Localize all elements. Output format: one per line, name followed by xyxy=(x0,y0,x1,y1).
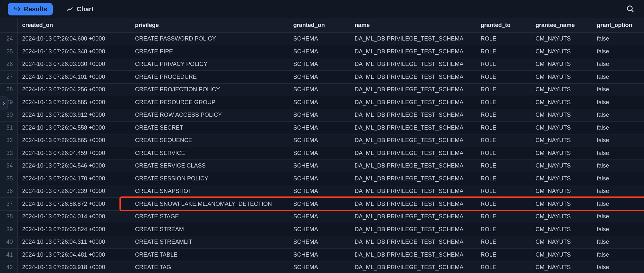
cell-name: DA_ML_DB.PRIVILEGE_TEST_SCHEMA xyxy=(350,185,476,198)
cell-privilege: CREATE PRIVACY POLICY xyxy=(130,58,289,71)
cell-grantee-name: CM_NAYUTS xyxy=(531,172,592,185)
cell-granted-on: SCHEMA xyxy=(289,223,350,236)
table-row[interactable]: 292024-10-13 07:26:03.885 +0000CREATE RE… xyxy=(0,96,644,109)
cell-rownum: 28 xyxy=(0,83,17,96)
cell-created-on: 2024-10-13 07:26:03.865 +0000 xyxy=(17,134,130,147)
cell-granted-on: SCHEMA xyxy=(289,71,350,84)
cell-grant-option: false xyxy=(592,147,644,160)
table-row[interactable]: 242024-10-13 07:26:04.600 +0000CREATE PA… xyxy=(0,32,644,45)
cell-created-on: 2024-10-13 07:26:03.885 +0000 xyxy=(17,96,130,109)
expand-sidebar-handle[interactable] xyxy=(0,96,8,110)
col-header-grant-option[interactable]: grant_option xyxy=(592,18,644,32)
cell-rownum: 36 xyxy=(0,185,17,198)
cell-granted-on: SCHEMA xyxy=(289,210,350,223)
table-row[interactable]: 382024-10-13 07:26:04.014 +0000CREATE ST… xyxy=(0,210,644,223)
cell-granted-to: ROLE xyxy=(476,261,531,273)
results-icon xyxy=(14,5,21,13)
chart-icon xyxy=(66,5,73,13)
cell-granted-on: SCHEMA xyxy=(289,198,350,211)
cell-grant-option: false xyxy=(592,109,644,122)
cell-grantee-name: CM_NAYUTS xyxy=(531,45,592,58)
table-row[interactable]: 342024-10-13 07:26:04.546 +0000CREATE SE… xyxy=(0,159,644,172)
table-row[interactable]: 262024-10-13 07:26:03.930 +0000CREATE PR… xyxy=(0,58,644,71)
cell-grant-option: false xyxy=(592,210,644,223)
cell-rownum: 24 xyxy=(0,32,17,45)
col-header-granted-on[interactable]: granted_on xyxy=(289,18,350,32)
table-row[interactable]: 352024-10-13 07:26:04.170 +0000CREATE SE… xyxy=(0,172,644,185)
cell-rownum: 27 xyxy=(0,71,17,84)
cell-created-on: 2024-10-13 07:26:04.014 +0000 xyxy=(17,210,130,223)
cell-grant-option: false xyxy=(592,185,644,198)
cell-granted-on: SCHEMA xyxy=(289,185,350,198)
cell-grant-option: false xyxy=(592,236,644,249)
cell-created-on: 2024-10-13 07:26:04.239 +0000 xyxy=(17,185,130,198)
table-row[interactable]: 402024-10-13 07:26:04.311 +0000CREATE ST… xyxy=(0,236,644,249)
cell-grantee-name: CM_NAYUTS xyxy=(531,236,592,249)
tab-chart[interactable]: Chart xyxy=(61,3,99,15)
cell-privilege: CREATE PROJECTION POLICY xyxy=(130,83,289,96)
table-header-row: created_on privilege granted_on name gra… xyxy=(0,18,644,32)
cell-privilege: CREATE TABLE xyxy=(130,249,289,261)
cell-grantee-name: CM_NAYUTS xyxy=(531,223,592,236)
cell-rownum: 35 xyxy=(0,172,17,185)
col-header-name[interactable]: name xyxy=(350,18,476,32)
table-row[interactable]: 282024-10-13 07:26:04.256 +0000CREATE PR… xyxy=(0,83,644,96)
cell-name: DA_ML_DB.PRIVILEGE_TEST_SCHEMA xyxy=(350,198,476,211)
cell-grant-option: false xyxy=(592,198,644,211)
table-row[interactable]: 252024-10-13 07:26:04.348 +0000CREATE PI… xyxy=(0,45,644,58)
cell-name: DA_ML_DB.PRIVILEGE_TEST_SCHEMA xyxy=(350,249,476,261)
cell-rownum: 42 xyxy=(0,261,17,273)
cell-grantee-name: CM_NAYUTS xyxy=(531,198,592,211)
cell-name: DA_ML_DB.PRIVILEGE_TEST_SCHEMA xyxy=(350,159,476,172)
table-row[interactable]: 312024-10-13 07:26:04.558 +0000CREATE SE… xyxy=(0,122,644,134)
cell-name: DA_ML_DB.PRIVILEGE_TEST_SCHEMA xyxy=(350,134,476,147)
cell-name: DA_ML_DB.PRIVILEGE_TEST_SCHEMA xyxy=(350,45,476,58)
table-row[interactable]: 332024-10-13 07:26:04.459 +0000CREATE SE… xyxy=(0,147,644,160)
cell-grantee-name: CM_NAYUTS xyxy=(531,71,592,84)
cell-grantee-name: CM_NAYUTS xyxy=(531,185,592,198)
col-header-rownum[interactable] xyxy=(0,18,17,32)
table-row[interactable]: 362024-10-13 07:26:04.239 +0000CREATE SN… xyxy=(0,185,644,198)
tab-results[interactable]: Results xyxy=(8,3,53,15)
table-row[interactable]: 302024-10-13 07:26:03.912 +0000CREATE RO… xyxy=(0,109,644,122)
svg-line-1 xyxy=(632,10,633,12)
cell-created-on: 2024-10-13 07:26:58.872 +0000 xyxy=(17,198,130,211)
cell-created-on: 2024-10-13 07:26:04.481 +0000 xyxy=(17,249,130,261)
cell-created-on: 2024-10-13 07:26:03.912 +0000 xyxy=(17,109,130,122)
cell-grantee-name: CM_NAYUTS xyxy=(531,261,592,273)
cell-created-on: 2024-10-13 07:26:03.918 +0000 xyxy=(17,261,130,273)
table-row[interactable]: 372024-10-13 07:26:58.872 +0000CREATE SN… xyxy=(0,198,644,211)
search-button[interactable] xyxy=(624,3,636,16)
cell-rownum: 32 xyxy=(0,134,17,147)
col-header-granted-to[interactable]: granted_to xyxy=(476,18,531,32)
search-icon xyxy=(626,5,634,13)
cell-granted-on: SCHEMA xyxy=(289,261,350,273)
cell-rownum: 39 xyxy=(0,223,17,236)
cell-name: DA_ML_DB.PRIVILEGE_TEST_SCHEMA xyxy=(350,172,476,185)
cell-grant-option: false xyxy=(592,71,644,84)
cell-grant-option: false xyxy=(592,134,644,147)
cell-granted-on: SCHEMA xyxy=(289,83,350,96)
cell-privilege: CREATE PIPE xyxy=(130,45,289,58)
cell-granted-to: ROLE xyxy=(476,172,531,185)
col-header-grantee-name[interactable]: grantee_name xyxy=(531,18,592,32)
col-header-created-on[interactable]: created_on xyxy=(17,18,130,32)
cell-grantee-name: CM_NAYUTS xyxy=(531,159,592,172)
cell-granted-to: ROLE xyxy=(476,185,531,198)
cell-grant-option: false xyxy=(592,172,644,185)
cell-grant-option: false xyxy=(592,45,644,58)
table-row[interactable]: 392024-10-13 07:26:03.824 +0000CREATE ST… xyxy=(0,223,644,236)
table-row[interactable]: 422024-10-13 07:26:03.918 +0000CREATE TA… xyxy=(0,261,644,273)
col-header-privilege[interactable]: privilege xyxy=(130,18,289,32)
tab-results-label: Results xyxy=(24,5,47,13)
table-row[interactable]: 272024-10-13 07:26:04.101 +0000CREATE PR… xyxy=(0,71,644,84)
cell-granted-to: ROLE xyxy=(476,83,531,96)
cell-granted-on: SCHEMA xyxy=(289,32,350,45)
table-row[interactable]: 412024-10-13 07:26:04.481 +0000CREATE TA… xyxy=(0,249,644,261)
cell-granted-to: ROLE xyxy=(476,249,531,261)
cell-granted-to: ROLE xyxy=(476,45,531,58)
cell-grant-option: false xyxy=(592,223,644,236)
cell-name: DA_ML_DB.PRIVILEGE_TEST_SCHEMA xyxy=(350,147,476,160)
svg-point-0 xyxy=(627,6,632,11)
table-row[interactable]: 322024-10-13 07:26:03.865 +0000CREATE SE… xyxy=(0,134,644,147)
